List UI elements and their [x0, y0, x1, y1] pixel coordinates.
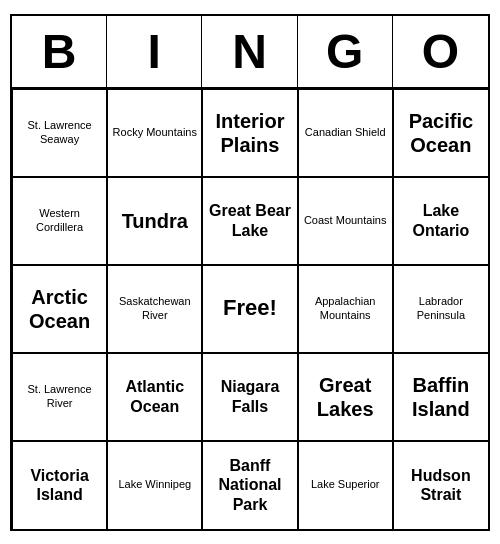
bingo-card: BINGO St. Lawrence SeawayRocky Mountains… — [10, 14, 490, 531]
bingo-cell-r3-c3: Great Lakes — [298, 353, 393, 441]
bingo-cell-r0-c1: Rocky Mountains — [107, 89, 202, 177]
bingo-cell-r2-c4: Labrador Peninsula — [393, 265, 488, 353]
header-letter: B — [12, 16, 107, 87]
bingo-cell-r0-c4: Pacific Ocean — [393, 89, 488, 177]
bingo-cell-r1-c4: Lake Ontario — [393, 177, 488, 265]
bingo-cell-r2-c1: Saskatchewan River — [107, 265, 202, 353]
bingo-cell-r2-c0: Arctic Ocean — [12, 265, 107, 353]
header-letter: G — [298, 16, 393, 87]
bingo-cell-r4-c0: Victoria Island — [12, 441, 107, 529]
bingo-cell-r1-c1: Tundra — [107, 177, 202, 265]
bingo-cell-r4-c3: Lake Superior — [298, 441, 393, 529]
bingo-cell-r3-c2: Niagara Falls — [202, 353, 297, 441]
bingo-cell-r0-c0: St. Lawrence Seaway — [12, 89, 107, 177]
bingo-cell-r2-c3: Appalachian Mountains — [298, 265, 393, 353]
bingo-grid: St. Lawrence SeawayRocky MountainsInteri… — [12, 89, 488, 529]
bingo-cell-r0-c3: Canadian Shield — [298, 89, 393, 177]
bingo-cell-r1-c3: Coast Mountains — [298, 177, 393, 265]
bingo-cell-r4-c1: Lake Winnipeg — [107, 441, 202, 529]
bingo-cell-r1-c0: Western Cordillera — [12, 177, 107, 265]
bingo-cell-r0-c2: Interior Plains — [202, 89, 297, 177]
bingo-cell-r4-c2: Banff National Park — [202, 441, 297, 529]
bingo-cell-r1-c2: Great Bear Lake — [202, 177, 297, 265]
header-letter: I — [107, 16, 202, 87]
bingo-cell-r3-c1: Atlantic Ocean — [107, 353, 202, 441]
header-letter: O — [393, 16, 488, 87]
bingo-cell-r2-c2: Free! — [202, 265, 297, 353]
bingo-cell-r3-c0: St. Lawrence River — [12, 353, 107, 441]
bingo-cell-r4-c4: Hudson Strait — [393, 441, 488, 529]
bingo-header: BINGO — [12, 16, 488, 89]
header-letter: N — [202, 16, 297, 87]
bingo-cell-r3-c4: Baffin Island — [393, 353, 488, 441]
